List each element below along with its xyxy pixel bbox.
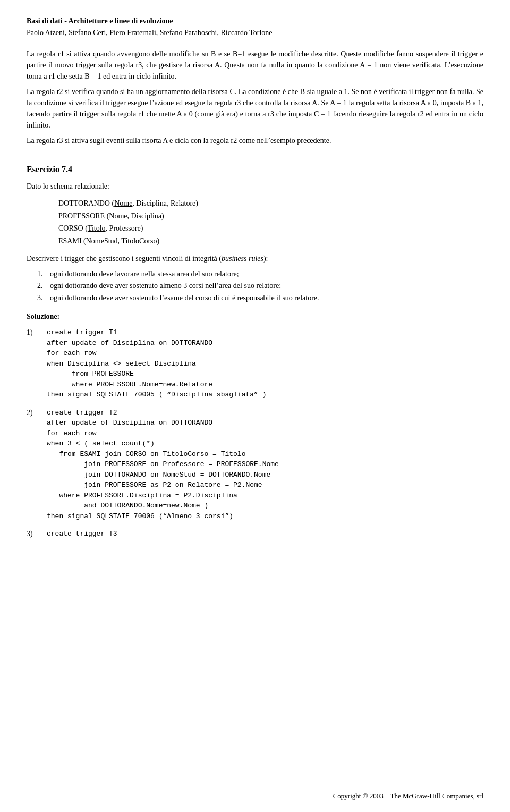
- business-rules-label: business rules: [222, 255, 264, 263]
- schema-line-2: PROFESSORE (Nome, Disciplina): [58, 210, 483, 223]
- header-subtitle: Paolo Atzeni, Stefano Ceri, Piero Frater…: [27, 28, 483, 38]
- solution-1-code: create trigger T1 after update of Discip…: [47, 327, 266, 400]
- rule-3: 3. ogni dottorando deve aver sostenuto l…: [37, 292, 483, 304]
- rules-list: 1. ogni dottorando deve lavorare nella s…: [37, 268, 483, 304]
- solution-num-2: 2): [27, 408, 41, 418]
- solution-num-1: 1): [27, 327, 41, 338]
- exercise-description: Descrivere i trigger che gestiscono i se…: [27, 253, 483, 264]
- exercise-intro: Dato lo schema relazionale:: [27, 181, 483, 192]
- solution-1: 1) create trigger T1 after update of Dis…: [27, 327, 483, 400]
- schema-professore-key: Nome: [109, 212, 127, 220]
- rule-2: 2. ogni dottorando deve aver sostenuto a…: [37, 280, 483, 292]
- schema-line-4: ESAMI (NomeStud, TitoloCorso): [58, 235, 483, 248]
- schema-esami-key: NomeStud, TitoloCorso: [86, 237, 157, 245]
- schema-corso-key: Titolo: [88, 224, 106, 232]
- rule-1: 1. ogni dottorando deve lavorare nella s…: [37, 268, 483, 280]
- paragraph-3: La regola r3 si attiva sugli eventi sull…: [27, 135, 483, 146]
- solution-3: 3) create trigger T3: [27, 529, 483, 539]
- schema-line-3: CORSO (Titolo, Professore): [58, 222, 483, 235]
- schema-line-1: DOTTORANDO (Nome, Disciplina, Relatore): [58, 197, 483, 210]
- paragraph-2: La regola r2 si verifica quando si ha un…: [27, 86, 483, 131]
- schema-block: DOTTORANDO (Nome, Disciplina, Relatore) …: [58, 197, 483, 248]
- exercise-heading: Esercizio 7.4: [27, 163, 483, 175]
- solution-label: Soluzione:: [27, 311, 483, 322]
- footer: Copyright © 2003 – The McGraw-Hill Compa…: [333, 791, 483, 801]
- header-title: Basi di dati - Architetture e linee di e…: [27, 16, 483, 27]
- solution-2: 2) create trigger T2 after update of Dis…: [27, 408, 483, 522]
- solution-2-code: create trigger T2 after update of Discip…: [47, 408, 279, 522]
- paragraph-1: La regola r1 si attiva quando avvengono …: [27, 48, 483, 82]
- solution-num-3: 3): [27, 529, 41, 539]
- schema-dottorando-key: Nome: [114, 199, 132, 207]
- solution-3-code: create trigger T3: [47, 529, 117, 539]
